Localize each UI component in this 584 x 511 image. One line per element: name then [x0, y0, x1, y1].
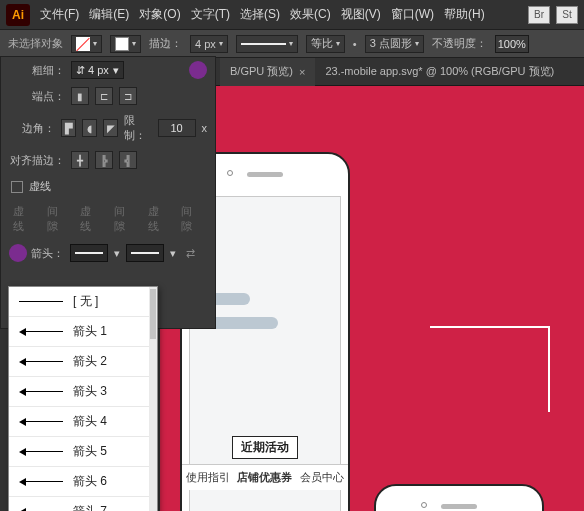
fill-swatch[interactable]: ▾	[71, 35, 102, 53]
arrowheads-label: 箭头：	[31, 246, 64, 261]
limit-label: 限制：	[124, 113, 151, 143]
arrowhead-option-label: 箭头 1	[73, 323, 107, 340]
link-coupon: 店铺优惠券	[237, 470, 292, 485]
corner-round-button[interactable]: ◖	[82, 119, 97, 137]
arrowhead-option-label: [ 无 ]	[73, 293, 98, 310]
close-icon[interactable]: ×	[299, 66, 305, 78]
dropdown-scrollbar[interactable]	[149, 287, 157, 511]
align-center-button[interactable]: ╋	[71, 151, 89, 169]
dashed-label: 虚线	[29, 179, 51, 194]
highlight-dot-icon	[9, 244, 27, 262]
menu-type[interactable]: 文字(T)	[191, 6, 230, 23]
arrowhead-dropdown: [ 无 ]箭头 1箭头 2箭头 3箭头 4箭头 5箭头 6箭头 7箭头 8	[8, 286, 158, 511]
arrowhead-option-label: 箭头 5	[73, 443, 107, 460]
arrow-start-select[interactable]	[70, 244, 108, 262]
arrowhead-option[interactable]: 箭头 7	[9, 497, 157, 511]
align-outside-button[interactable]: ╣	[119, 151, 137, 169]
arrowhead-option[interactable]: 箭头 6	[9, 467, 157, 497]
canvas[interactable]: 近期活动 使用指引 店铺优惠券 会员中心	[160, 86, 584, 511]
selection-status: 未选择对象	[8, 36, 63, 51]
dash-inputs-row: 虚线间隙 虚线间隙 虚线间隙	[1, 200, 215, 238]
cap-project-button[interactable]: ⊐	[119, 87, 137, 105]
opacity-label: 不透明度：	[432, 36, 487, 51]
tab-title: B/GPU 预览)	[230, 64, 293, 79]
scrollbar-thumb[interactable]	[150, 289, 156, 339]
dashed-checkbox-row[interactable]: 虚线	[1, 173, 215, 200]
camera-icon	[227, 170, 233, 176]
stroke-label: 描边：	[149, 36, 182, 51]
ratio-select[interactable]: 等比▾	[306, 35, 345, 53]
link-guide: 使用指引	[186, 470, 230, 485]
workspace: 近期活动 使用指引 店铺优惠券 会员中心 粗细： ⇵4 px▾ 端点： ▮ ⊏ …	[0, 86, 584, 511]
speaker-icon	[441, 504, 477, 509]
arrowhead-option-label: 箭头 6	[73, 473, 107, 490]
menu-object[interactable]: 对象(O)	[139, 6, 180, 23]
shape-select[interactable]: 3 点圆形▾	[365, 35, 424, 53]
arrowhead-option-label: 箭头 3	[73, 383, 107, 400]
stroke-style-select[interactable]: ▾	[236, 35, 298, 53]
link-member: 会员中心	[300, 470, 344, 485]
cap-butt-button[interactable]: ▮	[71, 87, 89, 105]
bridge-badge[interactable]: Br	[528, 6, 550, 24]
corner-bevel-button[interactable]: ◤	[103, 119, 118, 137]
weight-label: 粗细：	[9, 63, 65, 78]
align-label: 对齐描边：	[9, 153, 65, 168]
camera-icon	[421, 502, 427, 508]
arrowhead-option[interactable]: 箭头 5	[9, 437, 157, 467]
opacity-input[interactable]	[495, 35, 529, 53]
stock-badge[interactable]: St	[556, 6, 578, 24]
arrowhead-option[interactable]: 箭头 2	[9, 347, 157, 377]
arrowhead-option[interactable]: 箭头 4	[9, 407, 157, 437]
cap-label: 端点：	[9, 89, 65, 104]
align-inside-button[interactable]: ╠	[95, 151, 113, 169]
phone-mockup-2	[374, 484, 544, 511]
control-bar: 未选择对象 ▾ ▾ 描边： 4 px▾ ▾ 等比▾ • 3 点圆形▾ 不透明度：	[0, 30, 584, 58]
tab-title: 23.-mobile app.svg* @ 100% (RGB/GPU 预览)	[325, 64, 554, 79]
weight-select[interactable]: ⇵4 px▾	[71, 61, 124, 79]
menu-help[interactable]: 帮助(H)	[444, 6, 485, 23]
menu-view[interactable]: 视图(V)	[341, 6, 381, 23]
stroke-width-select[interactable]: 4 px▾	[190, 35, 228, 53]
checkbox-icon[interactable]	[11, 181, 23, 193]
arrowhead-option[interactable]: 箭头 3	[9, 377, 157, 407]
app-menu-bar: Ai 文件(F) 编辑(E) 对象(O) 文字(T) 选择(S) 效果(C) 视…	[0, 0, 584, 30]
menu-file[interactable]: 文件(F)	[40, 6, 79, 23]
limit-input[interactable]	[158, 119, 196, 137]
arrowhead-option-label: 箭头 2	[73, 353, 107, 370]
recent-activity-badge: 近期活动	[232, 436, 298, 459]
app-logo-icon: Ai	[6, 4, 30, 26]
tab-active[interactable]: B/GPU 预览) ×	[220, 58, 315, 86]
corner-miter-button[interactable]: ▛	[61, 119, 76, 137]
speaker-icon	[247, 172, 283, 177]
corner-label: 边角：	[9, 121, 55, 136]
highlight-dot-icon	[189, 61, 207, 79]
selection-corner-icon	[430, 326, 550, 412]
arrowhead-option[interactable]: [ 无 ]	[9, 287, 157, 317]
arrowhead-option[interactable]: 箭头 1	[9, 317, 157, 347]
stroke-swatch[interactable]: ▾	[110, 35, 141, 53]
menu-effect[interactable]: 效果(C)	[290, 6, 331, 23]
arrowhead-option-label: 箭头 4	[73, 413, 107, 430]
menu-select[interactable]: 选择(S)	[240, 6, 280, 23]
menu-window[interactable]: 窗口(W)	[391, 6, 434, 23]
cap-round-button[interactable]: ⊏	[95, 87, 113, 105]
menu-edit[interactable]: 编辑(E)	[89, 6, 129, 23]
arrowhead-option-label: 箭头 7	[73, 503, 107, 511]
limit-unit: x	[202, 122, 208, 134]
arrow-end-select[interactable]	[126, 244, 164, 262]
tab-inactive[interactable]: 23.-mobile app.svg* @ 100% (RGB/GPU 预览)	[315, 58, 564, 86]
bottom-links: 使用指引 店铺优惠券 会员中心	[182, 464, 348, 490]
swap-icon[interactable]: ⇄	[182, 245, 198, 261]
